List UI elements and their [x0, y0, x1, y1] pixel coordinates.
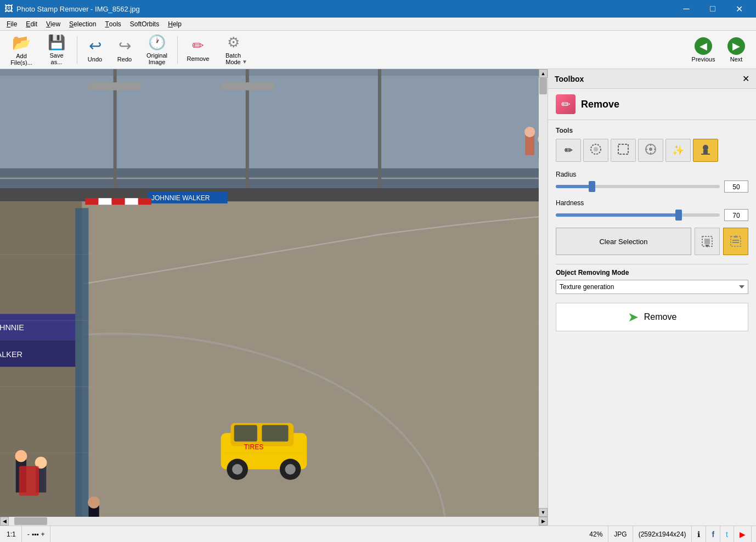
- stamp-tool-button[interactable]: [693, 139, 718, 162]
- hardness-slider-track[interactable]: [556, 213, 720, 217]
- circle-select-tool-button[interactable]: [583, 139, 608, 162]
- scroll-thumb-h[interactable]: [14, 517, 47, 525]
- info-icon[interactable]: ℹ: [697, 530, 700, 539]
- titlebar-controls: ─ □ ✕: [674, 0, 752, 18]
- image-container: JOHNNIE WALKER TAG HEUER: [0, 69, 548, 526]
- menubar: File Edit View Selection Tools SoftOrbit…: [0, 18, 756, 31]
- scroll-left-button[interactable]: ◀: [0, 517, 9, 526]
- scroll-down-button[interactable]: ▼: [539, 508, 548, 517]
- toolbar-sep-2: [177, 36, 178, 64]
- titlebar-left: 🖼 Photo Stamp Remover - IMG_8562.jpg: [4, 4, 140, 14]
- previous-button[interactable]: ◀ Previous: [688, 33, 719, 66]
- add-files-button[interactable]: 📂 AddFile(s)...: [4, 33, 38, 66]
- vertical-scrollbar[interactable]: ▲ ▼: [539, 69, 548, 517]
- canvas-area[interactable]: JOHNNIE WALKER TAG HEUER: [0, 69, 548, 526]
- scroll-right-button[interactable]: ▶: [539, 517, 548, 526]
- radius-value[interactable]: 50: [724, 180, 748, 193]
- twitter-icon[interactable]: t: [726, 530, 728, 539]
- save-as-button[interactable]: 💾 Saveas...: [40, 33, 74, 66]
- dimensions-label: (2592x1944x24): [639, 530, 686, 538]
- redo-button[interactable]: ↪ Redo: [110, 33, 139, 66]
- save-selection-button[interactable]: [695, 228, 720, 255]
- toolbox-close-button[interactable]: ✕: [742, 74, 749, 84]
- svg-rect-68: [732, 240, 739, 241]
- close-button[interactable]: ✕: [726, 0, 752, 18]
- svg-rect-69: [732, 242, 739, 243]
- original-image-icon: 🕐: [148, 34, 166, 51]
- toolbox-content: Tools ✏: [548, 120, 756, 526]
- toolbox-title: Toolbox: [555, 75, 584, 83]
- toolbox-separator: [556, 264, 748, 264]
- hardness-value[interactable]: 70: [724, 209, 748, 221]
- status-facebook[interactable]: f: [706, 526, 720, 542]
- remove-action-label: Remove: [644, 312, 677, 322]
- menu-edit[interactable]: Edit: [21, 18, 42, 30]
- zoom-in-button[interactable]: +: [41, 530, 44, 538]
- format-label: JPG: [614, 530, 627, 538]
- undo-icon: ↩: [89, 37, 101, 55]
- youtube-icon[interactable]: ▶: [740, 530, 746, 539]
- rect-select-icon: [617, 143, 629, 158]
- remove-toolbar-button[interactable]: ✏ Remove: [181, 33, 215, 66]
- svg-rect-47: [98, 198, 111, 205]
- radius-slider-row: Radius 50: [556, 171, 748, 193]
- svg-rect-4: [0, 188, 548, 201]
- zoom-slider[interactable]: ▪▪▪: [32, 530, 39, 538]
- original-image-button[interactable]: 🕐 OriginalImage: [140, 33, 174, 66]
- object-removing-mode-dropdown[interactable]: Texture generation Smart fill Color fill: [556, 280, 748, 294]
- radius-slider-thumb[interactable]: [589, 181, 595, 192]
- facebook-icon[interactable]: f: [712, 530, 714, 539]
- settings-tool-button[interactable]: [638, 139, 663, 162]
- dropdown-arrow-icon: ▼: [242, 59, 247, 65]
- radius-slider-track[interactable]: [556, 185, 720, 188]
- status-info-icon[interactable]: ℹ: [692, 526, 706, 542]
- hardness-label: Hardness: [556, 199, 748, 207]
- maximize-button[interactable]: □: [700, 0, 725, 18]
- horizontal-scrollbar[interactable]: ◀ ▶: [0, 517, 548, 526]
- hardness-slider-container: 70: [556, 209, 748, 221]
- redo-icon: ↪: [119, 37, 131, 55]
- toolbox-panel: Toolbox ✕ ✏ Remove Tools ✏: [548, 69, 756, 526]
- svg-rect-62: [703, 150, 708, 154]
- redo-label: Redo: [117, 56, 132, 63]
- status-twitter[interactable]: t: [720, 526, 734, 542]
- clear-selection-button[interactable]: Clear Selection: [556, 228, 691, 255]
- zoom-out-button[interactable]: -: [27, 530, 30, 538]
- image-canvas[interactable]: JOHNNIE WALKER TAG HEUER: [0, 69, 548, 526]
- svg-point-22: [285, 464, 295, 475]
- batch-mode-button[interactable]: ⚙ BatchMode ▼: [216, 33, 250, 66]
- minimize-button[interactable]: ─: [674, 0, 699, 18]
- menu-help[interactable]: Help: [163, 18, 186, 30]
- app-logo-icon: 🖼: [4, 4, 13, 14]
- settings-icon: [645, 143, 657, 158]
- svg-rect-18: [262, 425, 288, 442]
- batch-mode-label: BatchMode: [225, 52, 241, 65]
- menu-selection[interactable]: Selection: [65, 18, 100, 30]
- status-format: JPG: [608, 526, 633, 542]
- remove-action-button[interactable]: ➤ Remove: [556, 303, 748, 331]
- circle-select-icon: [590, 143, 602, 158]
- svg-rect-55: [618, 144, 628, 154]
- rect-select-tool-button[interactable]: [611, 139, 636, 162]
- menu-softorbits[interactable]: SoftOrbits: [126, 18, 163, 30]
- hardness-slider-row: Hardness 70: [556, 199, 748, 221]
- status-youtube[interactable]: ▶: [734, 526, 752, 542]
- svg-rect-37: [88, 82, 141, 90]
- menu-view[interactable]: View: [42, 18, 65, 30]
- scroll-up-button[interactable]: ▲: [539, 69, 548, 78]
- titlebar-title: Photo Stamp Remover - IMG_8562.jpg: [16, 5, 140, 13]
- pencil-tool-button[interactable]: ✏: [556, 139, 581, 162]
- svg-rect-38: [221, 82, 274, 90]
- svg-rect-52: [19, 466, 39, 495]
- menu-file[interactable]: File: [2, 18, 21, 30]
- undo-button[interactable]: ↩ Undo: [81, 33, 109, 66]
- svg-point-31: [15, 450, 27, 462]
- next-button[interactable]: ▶ Next: [721, 33, 752, 66]
- magic-wand-tool-button[interactable]: ✨: [665, 139, 691, 162]
- load-selection-button[interactable]: [723, 228, 748, 255]
- hardness-slider-thumb[interactable]: [675, 210, 682, 221]
- svg-rect-24: [525, 136, 534, 155]
- status-zoom-controls[interactable]: - ▪▪▪ +: [22, 526, 51, 542]
- menu-tools[interactable]: Tools: [100, 18, 125, 30]
- scroll-thumb-v[interactable]: [539, 78, 547, 94]
